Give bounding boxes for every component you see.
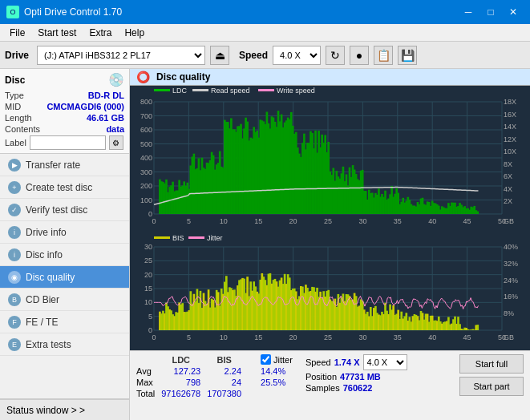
ldc-header: LDC <box>161 354 207 365</box>
transfer-rate-label: Transfer rate <box>26 160 80 171</box>
avg-label: Avg <box>136 365 161 377</box>
menu-file[interactable]: File <box>3 26 31 40</box>
sidebar-item-verify-test-disc[interactable]: ✓ Verify test disc <box>0 199 129 221</box>
disc-label-input[interactable] <box>30 135 106 150</box>
sidebar-item-disc-quality[interactable]: ◉ Disc quality <box>0 266 129 289</box>
menu-start-test[interactable]: Start test <box>31 26 83 40</box>
speed-select-small[interactable]: 4.0 X <box>363 354 407 370</box>
verify-test-icon: ✓ <box>8 204 21 216</box>
start-part-button[interactable]: Start part <box>459 377 524 396</box>
charts-area <box>130 86 530 350</box>
sidebar-item-extra-tests[interactable]: E Extra tests <box>0 333 129 356</box>
speed-label: Speed <box>239 50 268 61</box>
bis-total: 1707380 <box>207 388 248 399</box>
contents-value: data <box>106 124 124 134</box>
cd-bier-label: CD Bier <box>26 294 59 305</box>
refresh-button[interactable]: ↻ <box>326 46 345 65</box>
position-row: Position 47731 MB <box>305 372 407 382</box>
contents-label: Contents <box>5 124 40 134</box>
window-controls: ─ □ ✕ <box>458 4 524 20</box>
speed-label-text: Speed <box>305 357 331 367</box>
top-chart-container <box>130 86 530 234</box>
speed-select[interactable]: 4.0 X <box>273 46 321 65</box>
jitter-checkbox-row: Jitter <box>261 354 293 365</box>
minimize-button[interactable]: ─ <box>458 4 479 20</box>
disc-quality-title: Disc quality <box>156 71 210 83</box>
bottom-chart-canvas <box>130 234 530 350</box>
sidebar-item-cd-bier[interactable]: B CD Bier <box>0 289 129 311</box>
sidebar-item-drive-info[interactable]: i Drive info <box>0 221 129 244</box>
sidebar-item-disc-info[interactable]: i Disc info <box>0 244 129 266</box>
title-bar: O Opti Drive Control 1.70 ─ □ ✕ <box>0 0 530 24</box>
extra-tests-label: Extra tests <box>26 339 71 350</box>
sidebar-item-transfer-rate[interactable]: ▶ Transfer rate <box>0 154 129 176</box>
sidebar-bottom: Status window > > <box>0 398 129 420</box>
menu-bar: File Start test Extra Help <box>0 24 530 42</box>
mid-label: MID <box>5 102 21 111</box>
sidebar-item-create-test-disc[interactable]: + Create test disc <box>0 176 129 199</box>
maximize-button[interactable]: □ <box>480 4 501 20</box>
sidebar: Disc 💿 Type BD-R DL MID CMCMAGDI6 (000) … <box>0 69 130 420</box>
main-content: ⭕ Disc quality LDC BIS <box>130 69 530 420</box>
record-button[interactable]: ● <box>350 46 369 65</box>
menu-help[interactable]: Help <box>118 26 151 40</box>
clipboard-button[interactable]: 📋 <box>374 46 393 65</box>
status-window-button[interactable]: Status window > > <box>0 399 129 420</box>
samples-row: Samples 760622 <box>305 383 407 393</box>
disc-quality-icon: ◉ <box>8 271 21 284</box>
speed-row: Speed 1.74 X 4.0 X <box>305 354 407 370</box>
position-label: Position <box>305 372 337 382</box>
drive-info-label: Drive info <box>26 227 67 238</box>
status-window-label: Status window > > <box>6 405 85 416</box>
drive-select[interactable]: (J:) ATAPI iHBS312 2 PL17 <box>37 46 205 65</box>
extra-tests-icon: E <box>8 338 21 351</box>
disc-label-row: Label ⚙ <box>5 135 124 150</box>
verify-test-label: Verify test disc <box>26 204 87 216</box>
jitter-label: Jitter <box>273 355 293 365</box>
start-full-button[interactable]: Start full <box>459 354 524 374</box>
samples-value: 760622 <box>343 383 373 393</box>
disc-info-icon: i <box>8 248 21 261</box>
speed-position-section: Speed 1.74 X 4.0 X Position 47731 MB Sam… <box>305 354 407 417</box>
disc-quality-header: ⭕ Disc quality <box>130 69 530 86</box>
bottom-chart-container <box>130 234 530 350</box>
disc-info-label: Disc info <box>26 249 63 260</box>
speed-value: 1.74 X <box>334 357 360 367</box>
menu-extra[interactable]: Extra <box>83 26 118 40</box>
toolbar: Drive (J:) ATAPI iHBS312 2 PL17 ⏏ Speed … <box>0 42 530 69</box>
jitter-checkbox[interactable] <box>261 354 271 365</box>
create-test-label: Create test disc <box>26 182 92 193</box>
title-bar-left: O Opti Drive Control 1.70 <box>6 6 122 18</box>
fe-te-icon: F <box>8 316 21 329</box>
jitter-avg-val: 14.4% <box>261 366 293 376</box>
save-button[interactable]: 💾 <box>398 46 417 65</box>
length-value: 46.61 GB <box>87 113 124 123</box>
bis-header: BIS <box>207 354 248 365</box>
disc-panel-title: Disc <box>5 75 25 86</box>
mid-value: CMCMAGDI6 (000) <box>47 102 124 111</box>
stats-area: LDC BIS Avg 127.23 2.24 Max 798 24 Tot <box>130 350 530 420</box>
sidebar-item-fe-te[interactable]: F FE / TE <box>0 311 129 333</box>
cd-bier-icon: B <box>8 293 21 306</box>
label-label: Label <box>5 138 26 147</box>
total-label: Total <box>136 388 161 399</box>
action-buttons: Start full Start part <box>459 354 524 417</box>
disc-length-row: Length 46.61 GB <box>5 113 124 123</box>
bis-max: 24 <box>207 377 248 388</box>
fe-te-label: FE / TE <box>26 317 58 328</box>
disc-label-btn[interactable]: ⚙ <box>109 135 123 150</box>
disc-contents-row: Contents data <box>5 124 124 134</box>
position-value: 47731 MB <box>340 372 381 382</box>
disc-icon: 💿 <box>108 72 124 87</box>
length-label: Length <box>5 113 32 123</box>
eject-button[interactable]: ⏏ <box>210 46 229 65</box>
jitter-max-val: 25.5% <box>261 378 293 387</box>
disc-quality-label: Disc quality <box>26 272 75 283</box>
drive-info-icon: i <box>8 226 21 239</box>
stats-table-element: LDC BIS Avg 127.23 2.24 Max 798 24 Tot <box>136 354 248 399</box>
app-icon: O <box>6 6 19 18</box>
bis-avg: 2.24 <box>207 365 248 377</box>
close-button[interactable]: ✕ <box>503 4 524 20</box>
ldc-total: 97162678 <box>161 388 207 399</box>
samples-label: Samples <box>305 383 340 393</box>
